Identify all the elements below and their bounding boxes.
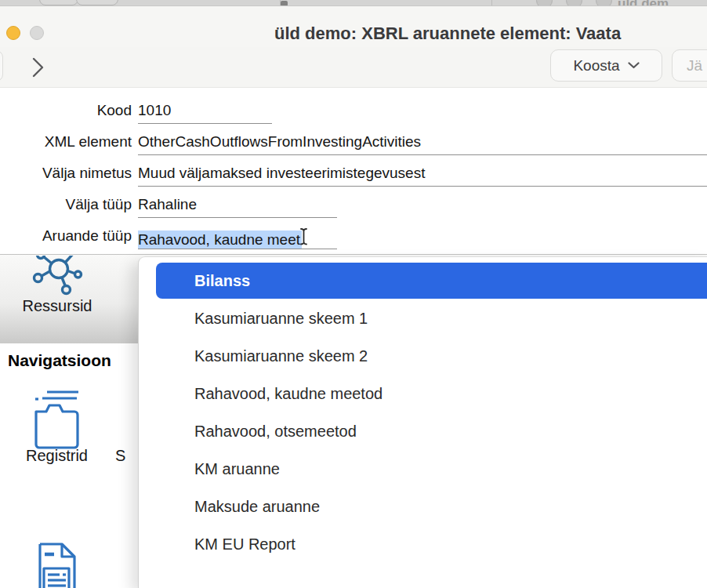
document-icon[interactable]: [33, 543, 78, 588]
dropdown-item-rahavood-kaudne-meetod[interactable]: Rahavood, kaudne meetod: [139, 375, 707, 412]
resources-network-icon: [29, 256, 84, 296]
dropdown-item-km-eu-report[interactable]: KM EU Report: [139, 525, 707, 563]
forward-button[interactable]: [25, 53, 50, 82]
aruande-tuup-dropdown: Bilanss Kasumiaruanne skeem 1 Kasumiarua…: [138, 256, 707, 588]
toolbar: Koosta Jä: [0, 47, 707, 88]
minimize-button[interactable]: [6, 26, 20, 40]
dropdown-item-kasumiaruanne-skeem-1[interactable]: Kasumiaruanne skeem 1: [139, 299, 707, 337]
field-label-valja-tuup: Välja tüüp: [0, 194, 132, 221]
field-label-aruande-tuup: Aruande tüüp: [0, 226, 132, 252]
dropdown-item-rahavood-otsemeetod[interactable]: Rahavood, otsemeetod: [139, 412, 707, 450]
field-label-valja-nimetus: Välja nimetus: [0, 163, 132, 190]
field-input-aruande-tuup[interactable]: Rahavood, kaudne meet: [138, 226, 337, 249]
titlebar: üld demo: XBRL aruannete element: Vaata: [0, 6, 707, 47]
background-window-strip: üld dem: [0, 0, 707, 6]
background-window-title: üld dem: [618, 0, 669, 6]
dropdown-item-maksude-aruanne[interactable]: Maksude aruanne: [139, 488, 707, 525]
background-traffic-light: [536, 0, 553, 6]
next-button-label: Jä: [687, 57, 702, 74]
sidebar-item-ressursid[interactable]: Ressursid: [6, 297, 108, 315]
field-label-kood: Kood: [0, 100, 132, 127]
field-input-valja-nimetus[interactable]: Muud väljamaksed investeerimistegevusest: [138, 163, 707, 187]
element-form: Kood 1010 XML element OtherCashOutflowsF…: [0, 88, 707, 254]
background-pill: [76, 0, 118, 5]
field-input-xml-element[interactable]: OtherCashOutflowsFromInvestingActivities: [138, 132, 707, 155]
sidebar-item-label: Registrid: [0, 447, 114, 465]
koosta-button-label: Koosta: [573, 57, 619, 74]
chevron-down-icon: [628, 62, 640, 69]
background-pill: [39, 0, 78, 5]
sidebar-item-clipped[interactable]: S: [115, 447, 125, 465]
koosta-button[interactable]: Koosta: [550, 49, 662, 82]
next-button-disabled[interactable]: Jä: [672, 49, 707, 82]
registries-folder-icon: [30, 386, 83, 453]
navigation-heading: Navigatsioon: [8, 351, 140, 370]
dropdown-item-bilanss[interactable]: Bilanss: [156, 263, 707, 299]
back-button-clipped[interactable]: [0, 50, 3, 82]
chevron-right-icon: [31, 56, 45, 78]
background-traffic-light: [566, 0, 582, 6]
field-input-valja-tuup[interactable]: Rahaline: [138, 194, 337, 218]
field-input-kood[interactable]: 1010: [138, 100, 272, 124]
text-cursor-icon: [299, 227, 308, 248]
dropdown-item-kasumiaruanne-skeem-2[interactable]: Kasumiaruanne skeem 2: [139, 337, 707, 375]
background-separator: [491, 0, 492, 6]
window-title: üld demo: XBRL aruannete element: Vaata: [274, 24, 621, 44]
background-traffic-light: [596, 0, 612, 6]
dropdown-item-km-aruanne[interactable]: KM aruanne: [139, 450, 707, 488]
zoom-button[interactable]: [30, 26, 44, 40]
selected-text: Rahavood, kaudne meet: [138, 230, 302, 249]
background-icon: [281, 1, 288, 6]
field-label-xml-element: XML element: [0, 132, 132, 158]
